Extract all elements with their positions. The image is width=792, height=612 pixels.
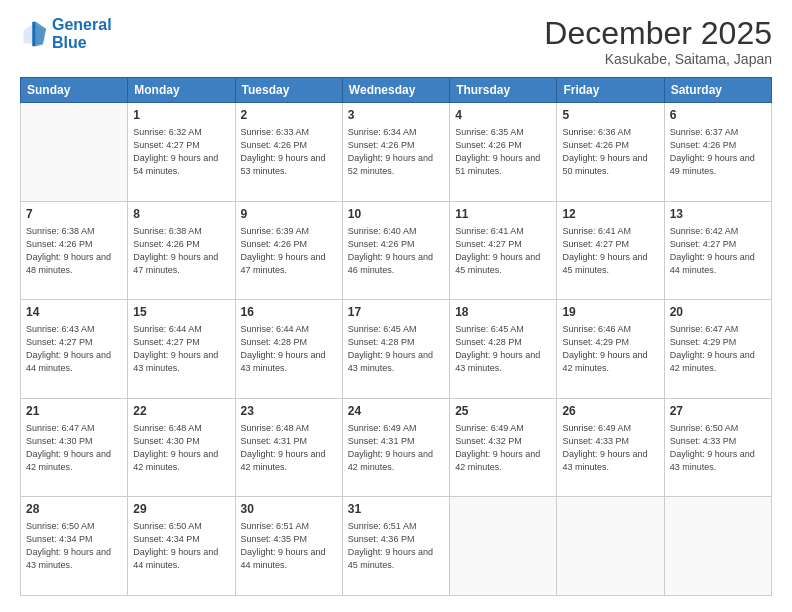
calendar-cell: 28Sunrise: 6:50 AMSunset: 4:34 PMDayligh… (21, 497, 128, 596)
logo: General Blue (20, 16, 112, 51)
calendar-cell: 1Sunrise: 6:32 AMSunset: 4:27 PMDaylight… (128, 103, 235, 202)
day-number: 12 (562, 206, 658, 223)
calendar-cell: 8Sunrise: 6:38 AMSunset: 4:26 PMDaylight… (128, 201, 235, 300)
day-number: 6 (670, 107, 766, 124)
calendar-cell: 18Sunrise: 6:45 AMSunset: 4:28 PMDayligh… (450, 300, 557, 399)
calendar-cell (21, 103, 128, 202)
calendar-cell: 21Sunrise: 6:47 AMSunset: 4:30 PMDayligh… (21, 398, 128, 497)
day-number: 21 (26, 403, 122, 420)
calendar-table: Sunday Monday Tuesday Wednesday Thursday… (20, 77, 772, 596)
day-info: Sunrise: 6:44 AMSunset: 4:28 PMDaylight:… (241, 323, 337, 375)
svg-marker-1 (36, 21, 47, 46)
day-number: 3 (348, 107, 444, 124)
day-number: 11 (455, 206, 551, 223)
calendar-cell: 19Sunrise: 6:46 AMSunset: 4:29 PMDayligh… (557, 300, 664, 399)
calendar-week-row-1: 7Sunrise: 6:38 AMSunset: 4:26 PMDaylight… (21, 201, 772, 300)
calendar-week-row-4: 28Sunrise: 6:50 AMSunset: 4:34 PMDayligh… (21, 497, 772, 596)
day-info: Sunrise: 6:40 AMSunset: 4:26 PMDaylight:… (348, 225, 444, 277)
day-info: Sunrise: 6:35 AMSunset: 4:26 PMDaylight:… (455, 126, 551, 178)
calendar-cell: 10Sunrise: 6:40 AMSunset: 4:26 PMDayligh… (342, 201, 449, 300)
col-wednesday: Wednesday (342, 78, 449, 103)
calendar-cell: 16Sunrise: 6:44 AMSunset: 4:28 PMDayligh… (235, 300, 342, 399)
calendar-cell: 13Sunrise: 6:42 AMSunset: 4:27 PMDayligh… (664, 201, 771, 300)
day-number: 22 (133, 403, 229, 420)
day-number: 28 (26, 501, 122, 518)
day-number: 26 (562, 403, 658, 420)
day-info: Sunrise: 6:47 AMSunset: 4:29 PMDaylight:… (670, 323, 766, 375)
day-info: Sunrise: 6:42 AMSunset: 4:27 PMDaylight:… (670, 225, 766, 277)
calendar-cell: 30Sunrise: 6:51 AMSunset: 4:35 PMDayligh… (235, 497, 342, 596)
col-saturday: Saturday (664, 78, 771, 103)
day-info: Sunrise: 6:50 AMSunset: 4:33 PMDaylight:… (670, 422, 766, 474)
day-info: Sunrise: 6:48 AMSunset: 4:30 PMDaylight:… (133, 422, 229, 474)
day-number: 13 (670, 206, 766, 223)
calendar-subtitle: Kasukabe, Saitama, Japan (544, 51, 772, 67)
day-info: Sunrise: 6:33 AMSunset: 4:26 PMDaylight:… (241, 126, 337, 178)
day-info: Sunrise: 6:39 AMSunset: 4:26 PMDaylight:… (241, 225, 337, 277)
day-info: Sunrise: 6:34 AMSunset: 4:26 PMDaylight:… (348, 126, 444, 178)
day-info: Sunrise: 6:47 AMSunset: 4:30 PMDaylight:… (26, 422, 122, 474)
calendar-cell: 6Sunrise: 6:37 AMSunset: 4:26 PMDaylight… (664, 103, 771, 202)
day-info: Sunrise: 6:45 AMSunset: 4:28 PMDaylight:… (348, 323, 444, 375)
day-number: 23 (241, 403, 337, 420)
col-monday: Monday (128, 78, 235, 103)
day-number: 9 (241, 206, 337, 223)
day-number: 17 (348, 304, 444, 321)
calendar-cell (664, 497, 771, 596)
day-info: Sunrise: 6:43 AMSunset: 4:27 PMDaylight:… (26, 323, 122, 375)
calendar-cell: 12Sunrise: 6:41 AMSunset: 4:27 PMDayligh… (557, 201, 664, 300)
day-number: 31 (348, 501, 444, 518)
day-info: Sunrise: 6:36 AMSunset: 4:26 PMDaylight:… (562, 126, 658, 178)
day-number: 2 (241, 107, 337, 124)
day-number: 25 (455, 403, 551, 420)
day-info: Sunrise: 6:48 AMSunset: 4:31 PMDaylight:… (241, 422, 337, 474)
col-thursday: Thursday (450, 78, 557, 103)
day-info: Sunrise: 6:51 AMSunset: 4:35 PMDaylight:… (241, 520, 337, 572)
col-tuesday: Tuesday (235, 78, 342, 103)
calendar-cell: 27Sunrise: 6:50 AMSunset: 4:33 PMDayligh… (664, 398, 771, 497)
day-number: 14 (26, 304, 122, 321)
calendar-cell: 20Sunrise: 6:47 AMSunset: 4:29 PMDayligh… (664, 300, 771, 399)
calendar-week-row-3: 21Sunrise: 6:47 AMSunset: 4:30 PMDayligh… (21, 398, 772, 497)
title-block: December 2025 Kasukabe, Saitama, Japan (544, 16, 772, 67)
calendar-cell (557, 497, 664, 596)
day-info: Sunrise: 6:49 AMSunset: 4:31 PMDaylight:… (348, 422, 444, 474)
calendar-cell: 9Sunrise: 6:39 AMSunset: 4:26 PMDaylight… (235, 201, 342, 300)
calendar-cell: 7Sunrise: 6:38 AMSunset: 4:26 PMDaylight… (21, 201, 128, 300)
svg-marker-2 (32, 21, 36, 46)
logo-text: General Blue (52, 16, 112, 51)
day-number: 16 (241, 304, 337, 321)
day-info: Sunrise: 6:44 AMSunset: 4:27 PMDaylight:… (133, 323, 229, 375)
calendar-week-row-2: 14Sunrise: 6:43 AMSunset: 4:27 PMDayligh… (21, 300, 772, 399)
day-number: 4 (455, 107, 551, 124)
day-number: 24 (348, 403, 444, 420)
calendar-cell: 11Sunrise: 6:41 AMSunset: 4:27 PMDayligh… (450, 201, 557, 300)
day-number: 8 (133, 206, 229, 223)
calendar-cell: 3Sunrise: 6:34 AMSunset: 4:26 PMDaylight… (342, 103, 449, 202)
day-number: 30 (241, 501, 337, 518)
logo-icon (20, 20, 48, 48)
day-number: 15 (133, 304, 229, 321)
day-info: Sunrise: 6:38 AMSunset: 4:26 PMDaylight:… (26, 225, 122, 277)
day-number: 18 (455, 304, 551, 321)
col-sunday: Sunday (21, 78, 128, 103)
day-number: 5 (562, 107, 658, 124)
calendar-cell: 15Sunrise: 6:44 AMSunset: 4:27 PMDayligh… (128, 300, 235, 399)
calendar-cell: 5Sunrise: 6:36 AMSunset: 4:26 PMDaylight… (557, 103, 664, 202)
day-info: Sunrise: 6:49 AMSunset: 4:32 PMDaylight:… (455, 422, 551, 474)
header: General Blue December 2025 Kasukabe, Sai… (20, 16, 772, 67)
calendar-cell: 24Sunrise: 6:49 AMSunset: 4:31 PMDayligh… (342, 398, 449, 497)
calendar-cell (450, 497, 557, 596)
calendar-cell: 14Sunrise: 6:43 AMSunset: 4:27 PMDayligh… (21, 300, 128, 399)
day-number: 20 (670, 304, 766, 321)
day-info: Sunrise: 6:38 AMSunset: 4:26 PMDaylight:… (133, 225, 229, 277)
calendar-cell: 29Sunrise: 6:50 AMSunset: 4:34 PMDayligh… (128, 497, 235, 596)
day-info: Sunrise: 6:51 AMSunset: 4:36 PMDaylight:… (348, 520, 444, 572)
day-number: 19 (562, 304, 658, 321)
day-number: 27 (670, 403, 766, 420)
day-info: Sunrise: 6:41 AMSunset: 4:27 PMDaylight:… (562, 225, 658, 277)
day-number: 1 (133, 107, 229, 124)
day-info: Sunrise: 6:50 AMSunset: 4:34 PMDaylight:… (133, 520, 229, 572)
calendar-cell: 31Sunrise: 6:51 AMSunset: 4:36 PMDayligh… (342, 497, 449, 596)
day-info: Sunrise: 6:41 AMSunset: 4:27 PMDaylight:… (455, 225, 551, 277)
